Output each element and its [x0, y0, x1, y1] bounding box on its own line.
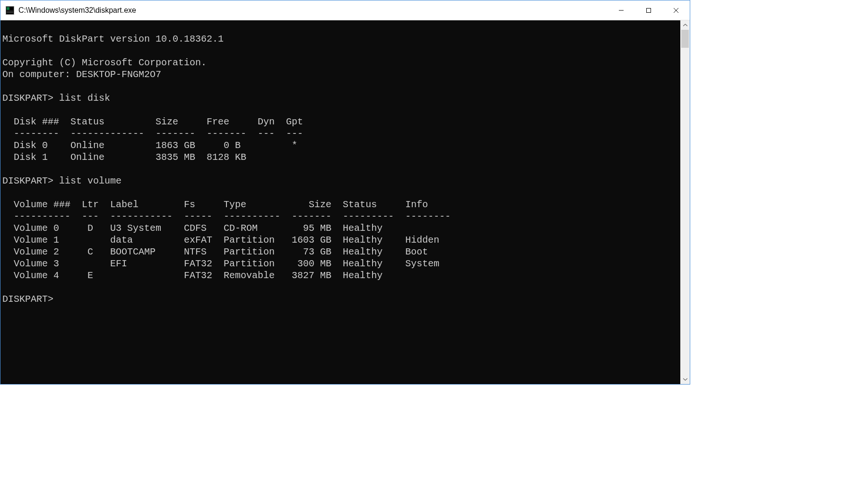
svg-rect-5	[647, 8, 651, 12]
scroll-thumb[interactable]	[681, 30, 689, 48]
minimize-button[interactable]	[608, 0, 635, 20]
close-button[interactable]	[662, 0, 690, 20]
console-output[interactable]: Microsoft DiskPart version 10.0.18362.1 …	[0, 20, 680, 384]
maximize-button[interactable]	[635, 0, 662, 20]
window-title: C:\Windows\system32\diskpart.exe	[18, 6, 608, 15]
console-app-icon	[5, 6, 15, 15]
scroll-track[interactable]	[680, 30, 690, 375]
window-controls	[608, 0, 690, 20]
svg-rect-1	[7, 7, 9, 10]
console-area: Microsoft DiskPart version 10.0.18362.1 …	[0, 20, 690, 384]
titlebar[interactable]: C:\Windows\system32\diskpart.exe	[0, 0, 690, 20]
vertical-scrollbar[interactable]	[680, 20, 690, 384]
scroll-down-arrow[interactable]	[680, 375, 690, 384]
svg-rect-2	[7, 11, 13, 11]
app-window: C:\Windows\system32\diskpart.exe Microso…	[0, 0, 690, 385]
scroll-up-arrow[interactable]	[680, 20, 690, 30]
svg-rect-3	[7, 12, 13, 13]
